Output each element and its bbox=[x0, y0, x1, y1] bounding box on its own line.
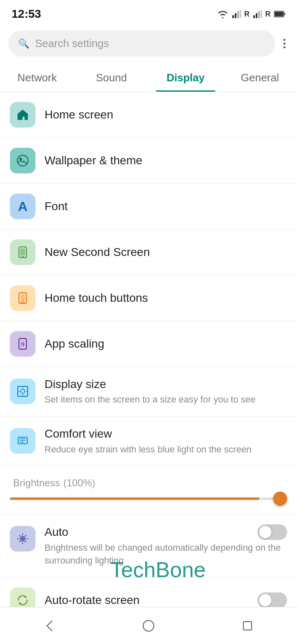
svg-rect-2 bbox=[237, 11, 239, 18]
font-content: Font bbox=[45, 199, 287, 214]
brightness-fill bbox=[10, 497, 259, 500]
home-touch-icon bbox=[10, 285, 35, 311]
home-touch-content: Home touch buttons bbox=[45, 291, 287, 305]
svg-text:!i: !i bbox=[21, 341, 24, 347]
settings-item-comfort-view[interactable]: Comfort view Reduce eye strain with less… bbox=[0, 417, 297, 466]
svg-rect-10 bbox=[275, 12, 283, 17]
status-bar: 12:53 R R bbox=[0, 0, 297, 25]
comfort-view-subtitle: Reduce eye strain with less blue light o… bbox=[45, 443, 287, 456]
home-screen-title: Home screen bbox=[45, 107, 287, 122]
brightness-percent: (100%) bbox=[63, 477, 95, 488]
svg-line-36 bbox=[19, 535, 21, 537]
svg-rect-18 bbox=[21, 294, 25, 300]
wallpaper-content: Wallpaper & theme bbox=[45, 153, 287, 168]
second-screen-icon bbox=[10, 239, 35, 265]
home-screen-content: Home screen bbox=[45, 107, 287, 122]
svg-rect-0 bbox=[232, 15, 234, 18]
svg-rect-9 bbox=[284, 13, 285, 15]
comfort-view-title: Comfort view bbox=[45, 426, 287, 441]
svg-rect-5 bbox=[256, 13, 257, 18]
auto-brightness-toggle[interactable] bbox=[257, 524, 287, 540]
tab-general[interactable]: General bbox=[223, 62, 297, 92]
settings-item-wallpaper[interactable]: Wallpaper & theme bbox=[0, 138, 297, 184]
tab-sound[interactable]: Sound bbox=[74, 62, 148, 92]
auto-brightness-title: Auto bbox=[45, 525, 68, 540]
auto-rotate-toggle-knob bbox=[259, 594, 271, 606]
nav-recents-button[interactable] bbox=[231, 609, 264, 642]
brightness-section: Brightness(100%) bbox=[0, 466, 297, 489]
home-touch-title: Home touch buttons bbox=[45, 291, 287, 305]
auto-brightness-toggle-knob bbox=[259, 526, 271, 538]
svg-point-46 bbox=[143, 620, 154, 631]
svg-line-37 bbox=[25, 541, 26, 542]
more-options-button[interactable] bbox=[280, 36, 289, 52]
wallpaper-title: Wallpaper & theme bbox=[45, 153, 287, 168]
settings-item-font[interactable]: A Font bbox=[0, 184, 297, 230]
display-size-title: Display size bbox=[45, 377, 287, 392]
svg-line-38 bbox=[25, 535, 26, 537]
settings-list: Home screen Wallpaper & theme A Font bbox=[0, 92, 297, 644]
auto-rotate-title: Auto-rotate screen bbox=[45, 593, 139, 608]
svg-rect-47 bbox=[243, 622, 252, 630]
svg-point-11 bbox=[17, 155, 28, 166]
search-placeholder: Search settings bbox=[35, 37, 109, 50]
bottom-nav bbox=[0, 607, 297, 644]
svg-rect-3 bbox=[240, 10, 241, 18]
second-screen-title: New Second Screen bbox=[45, 245, 287, 260]
wallpaper-icon bbox=[10, 148, 35, 173]
auto-brightness-content: Auto Brightness will be changed automati… bbox=[45, 524, 287, 567]
sim2-label: R bbox=[265, 10, 271, 19]
settings-item-auto-brightness[interactable]: Auto Brightness will be changed automati… bbox=[0, 514, 297, 578]
display-size-subtitle: Set items on the screen to a size easy f… bbox=[45, 393, 287, 406]
settings-item-home-screen[interactable]: Home screen bbox=[0, 92, 297, 138]
app-scaling-title: App scaling bbox=[45, 336, 287, 351]
font-icon: A bbox=[10, 194, 35, 219]
nav-home-button[interactable] bbox=[132, 609, 165, 642]
nav-back-button[interactable] bbox=[33, 609, 66, 642]
display-size-icon bbox=[10, 379, 35, 404]
brightness-slider-row[interactable] bbox=[0, 497, 297, 514]
settings-item-home-touch[interactable]: Home touch buttons bbox=[0, 275, 297, 321]
svg-point-22 bbox=[21, 389, 25, 393]
search-icon: 🔍 bbox=[18, 38, 29, 49]
display-size-content: Display size Set items on the screen to … bbox=[45, 377, 287, 406]
signal2-icon bbox=[253, 9, 262, 19]
search-bar[interactable]: 🔍 Search settings bbox=[8, 31, 275, 57]
svg-rect-7 bbox=[261, 10, 262, 18]
battery-icon bbox=[274, 10, 285, 18]
settings-item-app-scaling[interactable]: !i App scaling bbox=[0, 321, 297, 367]
auto-rotate-content: Auto-rotate screen bbox=[45, 592, 287, 608]
svg-point-31 bbox=[20, 536, 26, 542]
search-bar-row: 🔍 Search settings bbox=[0, 25, 297, 62]
svg-rect-4 bbox=[253, 15, 255, 18]
svg-rect-6 bbox=[258, 11, 260, 18]
brightness-title: Brightness(100%) bbox=[10, 476, 287, 489]
svg-line-39 bbox=[19, 541, 21, 542]
svg-rect-1 bbox=[235, 13, 236, 18]
settings-item-second-screen[interactable]: New Second Screen bbox=[0, 230, 297, 275]
comfort-view-content: Comfort view Reduce eye strain with less… bbox=[45, 426, 287, 456]
app-scaling-content: App scaling bbox=[45, 336, 287, 351]
tab-network[interactable]: Network bbox=[0, 62, 74, 92]
signal-icon bbox=[232, 9, 241, 19]
font-title: Font bbox=[45, 199, 287, 214]
comfort-view-icon bbox=[10, 428, 35, 454]
brightness-slider[interactable] bbox=[10, 497, 287, 500]
status-time: 12:53 bbox=[12, 7, 41, 21]
tabs: Network Sound Display General bbox=[0, 62, 297, 92]
wifi-icon bbox=[217, 9, 229, 19]
status-icons: R R bbox=[217, 9, 285, 19]
app-scaling-icon: !i bbox=[10, 331, 35, 357]
auto-brightness-icon bbox=[10, 526, 35, 552]
svg-rect-15 bbox=[21, 256, 24, 257]
settings-item-display-size[interactable]: Display size Set items on the screen to … bbox=[0, 367, 297, 417]
sim1-label: R bbox=[244, 10, 250, 19]
svg-rect-14 bbox=[20, 249, 25, 255]
brightness-thumb[interactable] bbox=[273, 492, 287, 506]
auto-rotate-toggle[interactable] bbox=[257, 592, 287, 608]
auto-brightness-subtitle: Brightness will be changed automatically… bbox=[45, 542, 287, 567]
second-screen-content: New Second Screen bbox=[45, 245, 287, 260]
tab-display[interactable]: Display bbox=[148, 62, 223, 92]
svg-point-17 bbox=[21, 301, 24, 303]
home-screen-icon bbox=[10, 102, 35, 128]
